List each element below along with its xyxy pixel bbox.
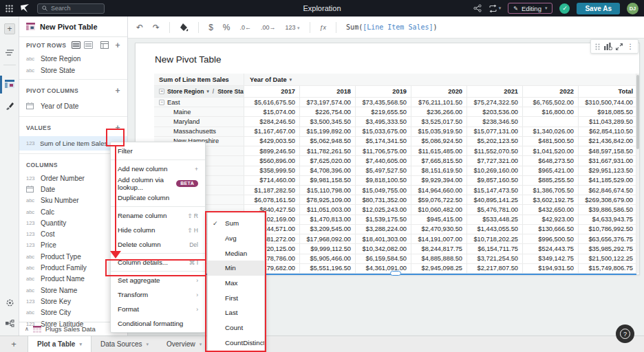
scrollbar-thumb[interactable] (636, 75, 639, 149)
value-cell[interactable]: $524,443.75 (523, 244, 579, 253)
number-format-dropdown[interactable]: 123 ▾ (286, 24, 300, 31)
value-cell[interactable]: $4,633,943.75 (579, 215, 636, 224)
value-cell[interactable]: $10,786,992.50 (579, 225, 636, 234)
menu-item-rename-column[interactable]: Rename column⇧ R (111, 208, 205, 223)
value-cell[interactable]: $945,415.00 (411, 215, 467, 224)
share-icon[interactable] (473, 4, 482, 12)
currency-format-button[interactable]: $ (208, 23, 213, 32)
value-cell[interactable]: $10,060,482.00 (411, 205, 467, 214)
menu-item-hide-column[interactable]: Hide column⇧ H (111, 223, 205, 237)
add-element-button[interactable]: + (4, 23, 15, 34)
value-cell[interactable]: $194,931.50 (523, 264, 579, 273)
value-cell[interactable]: $1,340,026.00 (523, 127, 579, 136)
value-cell[interactable]: $219,655.50 (356, 107, 411, 116)
value-cell[interactable]: $1,470,813.00 (300, 215, 356, 224)
table-row[interactable]: $899,246.50$11,782,261.50$11,706,575.00$… (154, 146, 636, 156)
table-row[interactable]: Massachusetts$1,167,467.00$15,199,892.00… (154, 127, 636, 137)
menu-item-conditional-formatting[interactable]: Conditional formatting (111, 316, 205, 331)
value-cell[interactable]: $6,765,502.00 (523, 98, 579, 107)
value-cell[interactable]: $6,159,584.50 (356, 254, 411, 263)
field-item-store-state[interactable]: abcStore State (19, 65, 127, 76)
add-value-button[interactable]: + (116, 123, 120, 133)
value-cell[interactable]: $5,497,527.50 (356, 166, 411, 175)
collapse-chevron-icon[interactable]: ∧ (25, 326, 29, 332)
value-cell[interactable]: $59,076,722.50 (411, 195, 467, 204)
value-cell[interactable]: $76,211,101.50 (411, 98, 467, 107)
menu-item-column-details-[interactable]: Column details...⌘ I (111, 255, 205, 270)
value-cell[interactable]: $39,886,586.50 (579, 205, 636, 214)
percent-format-button[interactable]: % (223, 23, 230, 32)
value-cell[interactable]: $10,718,202.25 (467, 234, 523, 243)
value-cell[interactable]: $31,667,931.00 (579, 156, 636, 165)
value-cell[interactable]: $648,273.50 (523, 156, 579, 165)
save-as-button[interactable]: Save As (577, 3, 620, 14)
page-elements-icon[interactable] (4, 47, 15, 58)
menu-item-add-new-column[interactable]: Add new column+ (111, 162, 205, 176)
row-label-cell[interactable]: Massachusetts (154, 127, 244, 136)
value-cell[interactable]: $5,551,196.50 (300, 264, 356, 273)
value-cell[interactable]: $310,500,744.00 (579, 98, 636, 107)
value-cell[interactable]: $349,142.75 (523, 254, 579, 263)
increase-decimal-button[interactable]: .00→ (261, 24, 276, 31)
value-cell[interactable]: $965,421.00 (523, 166, 579, 175)
table-row[interactable]: $358,999.50$4,708,396.00$5,497,527.50$8,… (154, 166, 636, 176)
menu-item-delete-column[interactable]: Delete columnDel (111, 237, 205, 252)
table-row[interactable]: −East$5,616,675.50$73,197,574.00$73,435,… (154, 98, 636, 107)
value-cell[interactable]: $21,436,842.00 (579, 137, 636, 146)
value-cell[interactable]: $226,754.00 (300, 107, 356, 116)
aggregate-option-last[interactable]: Last (208, 305, 264, 320)
value-cell[interactable]: $15,147,473.50 (467, 186, 523, 195)
value-cell[interactable]: $14,964,660.00 (411, 186, 467, 195)
value-cell[interactable]: $560,896.00 (244, 156, 300, 165)
value-cell[interactable]: $41,185,529.00 (579, 176, 636, 185)
value-cell[interactable]: $11,051,003.00 (300, 205, 356, 214)
row-label-cell[interactable]: −East (154, 98, 244, 107)
value-cell[interactable]: $7,727,321.00 (467, 156, 523, 165)
aggregate-option-first[interactable]: First (208, 290, 264, 305)
value-cell[interactable]: $15,074.00 (244, 107, 300, 116)
value-cell[interactable]: $899,246.50 (244, 146, 300, 155)
value-cell[interactable]: $15,077,131.00 (467, 127, 523, 136)
redo-button[interactable]: ↷ (153, 23, 160, 32)
value-cell[interactable]: $8,244,817.75 (411, 244, 467, 253)
value-cell[interactable]: $1,443,055.50 (467, 225, 523, 234)
value-cell[interactable]: $533,448.25 (467, 215, 523, 224)
refresh-schedule-icon[interactable]: ▾ (489, 5, 502, 12)
value-cell[interactable]: $21,500,122.25 (579, 254, 636, 263)
value-cell[interactable]: $8,151,619.50 (411, 166, 467, 175)
resize-handle[interactable] (390, 271, 401, 276)
value-cell[interactable]: $4,885,888.50 (411, 254, 467, 263)
value-cell[interactable]: $11,782,261.50 (300, 146, 356, 155)
value-cell[interactable]: $7,440,605.00 (356, 156, 411, 165)
aggregate-option-avg[interactable]: Avg (208, 231, 264, 246)
value-cell[interactable]: $5,086,924.50 (411, 137, 467, 146)
value-cell[interactable]: $130,666.50 (523, 225, 579, 234)
value-cell[interactable]: $7,665,815.50 (411, 156, 467, 165)
user-avatar[interactable]: DJ (627, 3, 638, 14)
value-cell[interactable]: $9,981,158.50 (300, 176, 356, 185)
value-cell[interactable]: $1,187,282.50 (244, 186, 300, 195)
row-layout-expanded-icon[interactable] (72, 41, 80, 49)
value-cell[interactable]: $11,706,575.00 (356, 146, 411, 155)
corner-header-cell[interactable]: Sum of Line Item Sales (154, 74, 244, 85)
value-cell[interactable]: $9,857,160.50 (467, 176, 523, 185)
table-row[interactable]: $1,187,282.50$15,110,798.00$15,049,755.0… (154, 186, 636, 195)
value-cell[interactable]: $9,929,394.00 (411, 176, 467, 185)
menu-item-duplicate-column[interactable]: Duplicate column (111, 190, 205, 205)
drag-handle-icon[interactable] (595, 43, 600, 50)
value-cell[interactable]: $203,536.00 (467, 107, 523, 116)
column-group-header-cell[interactable]: Year of Date▾ (244, 74, 636, 85)
year-header-cell[interactable]: 2018 (300, 86, 356, 97)
formula-bar[interactable]: Sum([Line Item Sales]) (346, 23, 437, 31)
row-headers-cell[interactable]: −Store Region▾/Store State▾ (154, 86, 244, 97)
value-cell[interactable]: $7,625,020.00 (300, 156, 356, 165)
value-cell[interactable]: $48,597,158.50 (579, 146, 636, 155)
tab-data-sources[interactable]: Data Sources▾ (92, 336, 158, 352)
value-cell[interactable]: $62,854,110.50 (579, 127, 636, 136)
value-cell[interactable]: $29,951,123.50 (579, 166, 636, 175)
value-cell[interactable]: $3,495,333.50 (356, 117, 411, 126)
value-cell[interactable]: $18,401,303.00 (356, 234, 411, 243)
value-cell[interactable]: $269,308,679.00 (579, 195, 636, 204)
menu-item-add-column-via-lookup-[interactable]: Add column via lookup...BETA (111, 176, 205, 190)
lineage-icon[interactable] (4, 318, 15, 329)
